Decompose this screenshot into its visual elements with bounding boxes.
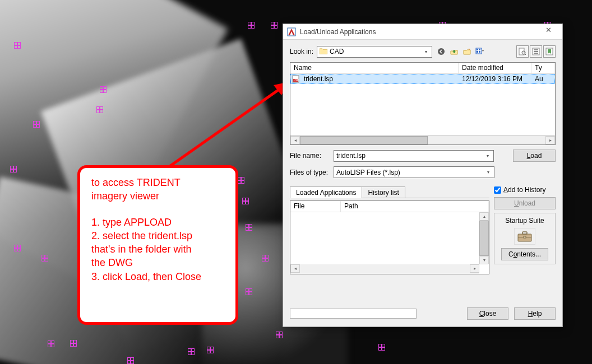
unload-button[interactable]: Unload — [494, 197, 556, 209]
titlebar[interactable]: Load/Unload Applications ✕ — [283, 24, 562, 40]
column-file[interactable]: File — [290, 201, 341, 212]
svg-rect-23 — [524, 236, 526, 238]
chevron-down-icon[interactable]: ▾ — [484, 168, 493, 176]
annotation-step: 3. click Load, then Close — [91, 270, 226, 283]
file-row[interactable]: LSP trident.lsp 12/12/2019 3:16 PM Au — [290, 74, 555, 84]
svg-point-3 — [438, 48, 445, 55]
startup-suite-label: Startup Suite — [505, 217, 544, 225]
scroll-left-icon[interactable]: ◂ — [290, 136, 300, 144]
file-list[interactable]: Name Date modified Ty LSP trident.lsp 12… — [290, 62, 556, 145]
annotation-step: 2. select the trident.lsp — [91, 229, 226, 242]
svg-rect-14 — [534, 51, 538, 52]
filetype-combo[interactable]: AutoLISP Files (*.lsp) ▾ — [334, 166, 494, 178]
autocad-icon — [286, 27, 297, 37]
view-menu-icon[interactable] — [474, 46, 485, 57]
scroll-right-icon[interactable]: ▸ — [470, 264, 479, 273]
horizontal-scrollbar[interactable]: ◂ ▸ — [290, 135, 555, 144]
column-name[interactable]: Name — [290, 63, 459, 73]
find-file-icon[interactable] — [516, 45, 529, 58]
scroll-thumb[interactable] — [479, 221, 489, 256]
chevron-down-icon: ▾ — [422, 48, 431, 56]
file-date: 12/12/2019 3:16 PM — [459, 75, 531, 83]
progress-bar — [290, 309, 417, 319]
annotation-line: imagery viewer — [91, 189, 226, 203]
contents-button[interactable]: Contents... — [501, 248, 548, 260]
svg-rect-7 — [477, 51, 478, 53]
loaded-apps-list[interactable]: File Path ▴ ▾ ◂ ▸ — [290, 200, 489, 274]
svg-line-11 — [525, 54, 526, 55]
column-type[interactable]: Ty — [531, 63, 555, 73]
annotation-callout: to access TRIDENT imagery viewer 1. type… — [77, 165, 238, 325]
load-unload-applications-dialog: Load/Unload Applications ✕ Look in: CAD … — [283, 24, 563, 327]
back-icon[interactable] — [436, 46, 447, 57]
svg-rect-5 — [477, 49, 478, 50]
add-favorite-icon[interactable] — [543, 45, 556, 58]
horizontal-scrollbar[interactable]: ◂ ▸ — [290, 264, 479, 274]
load-button[interactable]: Load — [513, 150, 556, 162]
filename-label: File name: — [290, 152, 330, 160]
svg-rect-21 — [522, 232, 527, 234]
scroll-thumb[interactable] — [300, 136, 428, 144]
file-name: trident.lsp — [300, 75, 459, 83]
svg-rect-9 — [519, 48, 524, 55]
scroll-right-icon[interactable]: ▸ — [545, 136, 555, 144]
briefcase-icon[interactable] — [514, 228, 535, 245]
add-to-history-checkbox[interactable]: Add to History — [494, 186, 556, 194]
locate-icon[interactable] — [530, 45, 542, 58]
tabstrip: Loaded Applications History list — [290, 186, 489, 198]
svg-text:LSP: LSP — [294, 78, 299, 82]
help-button[interactable]: Help — [514, 307, 556, 320]
tab-history-list[interactable]: History list — [362, 186, 405, 198]
lookin-label: Look in: — [290, 48, 313, 55]
svg-rect-13 — [534, 49, 538, 50]
tab-loaded-applications[interactable]: Loaded Applications — [290, 186, 362, 198]
filename-input[interactable]: trident.lsp ▾ — [334, 150, 494, 162]
svg-rect-15 — [534, 53, 538, 54]
annotation-line: to access TRIDENT — [91, 176, 226, 189]
lookin-value: CAD — [330, 48, 344, 55]
file-type: Au — [531, 75, 547, 83]
close-button[interactable]: Close — [467, 307, 508, 320]
new-folder-icon[interactable] — [461, 46, 473, 57]
filetype-label: Files of type: — [290, 169, 330, 176]
folder-icon — [320, 48, 327, 56]
lookin-combo[interactable]: CAD ▾ — [317, 46, 432, 58]
scroll-left-icon[interactable]: ◂ — [290, 264, 300, 273]
startup-suite-group: Startup Suite Contents... — [494, 213, 556, 264]
dialog-title: Load/Unload Applications — [300, 28, 538, 36]
svg-rect-8 — [479, 51, 480, 53]
column-path[interactable]: Path — [341, 201, 489, 212]
up-one-level-icon[interactable] — [448, 46, 460, 57]
svg-rect-6 — [479, 49, 480, 50]
close-icon[interactable]: ✕ — [538, 26, 559, 38]
lisp-file-icon: LSP — [292, 74, 300, 83]
column-date[interactable]: Date modified — [459, 63, 531, 73]
scroll-up-icon[interactable]: ▴ — [479, 212, 489, 221]
scroll-down-icon[interactable]: ▾ — [479, 256, 489, 264]
annotation-step: that's in the folder with — [91, 242, 226, 256]
vertical-scrollbar[interactable]: ▴ ▾ — [479, 212, 489, 264]
file-list-header[interactable]: Name Date modified Ty — [290, 63, 555, 74]
chevron-down-icon[interactable]: ▾ — [483, 152, 492, 160]
annotation-step: 1. type APPLOAD — [91, 216, 226, 229]
annotation-step: the DWG — [91, 256, 226, 269]
